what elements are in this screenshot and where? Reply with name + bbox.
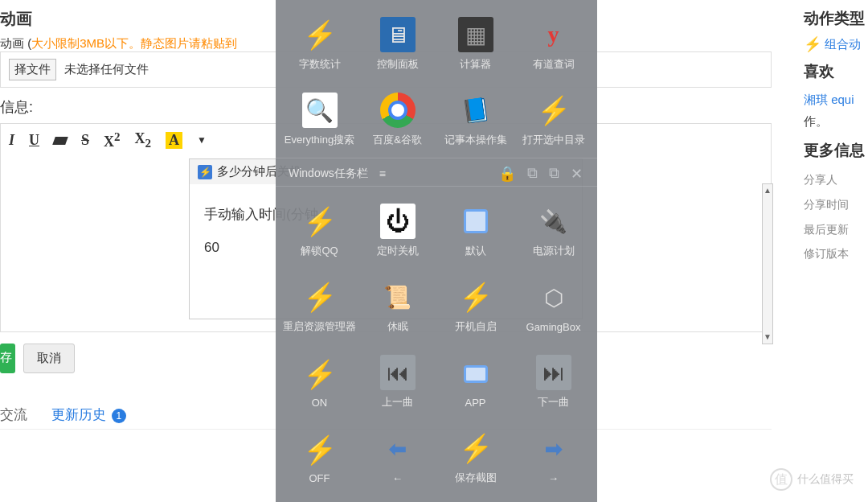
app-prev-track[interactable]: ⏮上一曲 [358, 344, 436, 420]
italic-button[interactable]: I [9, 132, 14, 149]
scroll-icon: 📜 [380, 279, 416, 315]
subscript-button[interactable]: X2 [135, 130, 152, 150]
bolt-icon: ⚡ [804, 35, 821, 53]
magnifier-icon: 🔍 [302, 93, 338, 128]
history-badge: 1 [112, 409, 126, 423]
bolt-icon: ⚡ [302, 17, 338, 52]
app-autostart[interactable]: ⚡开机自启 [436, 269, 514, 344]
plug-icon: 🔌 [536, 204, 571, 239]
app-everything[interactable]: 🔍Everything搜索 [280, 82, 358, 158]
app-restart-explorer[interactable]: ⚡重启资源管理器 [280, 269, 358, 344]
save-button[interactable]: 存 [0, 344, 15, 373]
bolt-icon: ⚡ [302, 356, 338, 392]
bolt-icon: ⚡ [302, 204, 338, 239]
strike-button[interactable]: S [81, 132, 89, 149]
eraser-button[interactable] [54, 132, 67, 149]
app-next-track[interactable]: ⏭下一曲 [514, 344, 592, 420]
app-power-plan[interactable]: 🔌电源计划 [514, 193, 592, 269]
more-rev: 修订版本 [804, 241, 868, 266]
hex-icon: ⬡ [536, 281, 571, 316]
square-icon [458, 204, 493, 239]
highlight-button[interactable]: A [166, 132, 182, 149]
underline-button[interactable]: U [29, 132, 39, 149]
like-text: 湘琪 equi 作。 [804, 88, 868, 132]
bolt-icon: ⚡ [458, 279, 493, 315]
scroll-up-icon[interactable]: ▲ [763, 184, 772, 197]
tab-discuss[interactable]: 交流 [0, 405, 27, 424]
app-wordcount[interactable]: ⚡字数统计 [280, 6, 358, 82]
app-right[interactable]: ➡→ [514, 420, 592, 496]
arrow-right-icon: ➡ [536, 432, 571, 467]
bolt-icon: ⚡ [302, 279, 338, 315]
side-h-like: 喜欢 [804, 61, 868, 82]
tools-icon[interactable]: ✕ [571, 165, 583, 183]
side-h-more: 更多信息 [804, 140, 868, 161]
copy-icon[interactable]: ⧉ [527, 165, 538, 183]
power-icon: ⏻ [380, 204, 416, 239]
cancel-button[interactable]: 取消 [23, 344, 75, 373]
app-notepad-set[interactable]: 📘记事本操作集 [436, 82, 514, 158]
arrow-left-icon: ⬅ [380, 432, 416, 467]
paste-icon[interactable]: ⧉ [549, 165, 559, 183]
notepad-icon: 📘 [456, 90, 496, 130]
file-status: 未选择任何文件 [64, 62, 149, 76]
side-h-type: 动作类型 [804, 8, 868, 29]
app-app[interactable]: APP [436, 344, 514, 420]
section-header: Windows任务栏 ≡ 🔒 ⧉ ⧉ ✕ [276, 158, 597, 186]
vertical-scrollbar[interactable]: ▲ ▼ [762, 183, 773, 344]
app-hibernate[interactable]: 📜休眠 [358, 269, 436, 344]
app-shutdown-timer[interactable]: ⏻定时关机 [358, 193, 436, 269]
menu-icon[interactable]: ≡ [379, 167, 386, 180]
bolt-icon: ⚡ [458, 430, 493, 466]
next-track-icon: ⏭ [536, 355, 571, 390]
app-calculator[interactable]: ▦计算器 [436, 6, 514, 82]
chrome-icon [380, 93, 416, 128]
app-baidu-google[interactable]: 百度&谷歌 [358, 82, 436, 158]
app-left[interactable]: ⬅← [358, 420, 436, 496]
lock-icon[interactable]: 🔒 [498, 165, 516, 183]
superscript-button[interactable]: X2 [104, 130, 121, 150]
bolt-icon: ⚡ [302, 432, 338, 467]
choose-file-button[interactable]: 择文件 [9, 59, 56, 80]
app-open-dir[interactable]: ⚡打开选中目录 [514, 82, 592, 158]
watermark-logo-icon: 值 [770, 468, 792, 491]
dropdown-caret-icon[interactable]: ▼ [197, 134, 207, 146]
youdao-icon: y [536, 17, 571, 52]
more-updated: 最后更新 [804, 217, 868, 242]
tab-history[interactable]: 更新历史 1 [51, 405, 126, 424]
calculator-icon: ▦ [458, 17, 493, 52]
prev-track-icon: ⏮ [380, 355, 416, 390]
bolt-icon: ⚡ [536, 93, 571, 128]
app-off[interactable]: ⚡OFF [280, 420, 358, 496]
app-icon [458, 356, 493, 392]
app-on[interactable]: ⚡ON [280, 344, 358, 420]
section-title: Windows任务栏 [289, 167, 368, 181]
more-sharetime: 分享时间 [804, 192, 868, 217]
app-default[interactable]: 默认 [436, 193, 514, 269]
watermark: 值 什么值得买 [770, 468, 854, 491]
action-type-item[interactable]: ⚡ 组合动 [804, 35, 868, 53]
bolt-icon: ⚡ [198, 165, 212, 179]
scroll-down-icon[interactable]: ▼ [763, 331, 772, 344]
app-youdao[interactable]: y有道查词 [514, 6, 592, 82]
app-control-panel[interactable]: 🖥控制面板 [358, 6, 436, 82]
app-gamingbox[interactable]: ⬡GamingBox [514, 269, 592, 344]
more-owner: 分享人 [804, 167, 868, 192]
control-panel-icon: 🖥 [380, 17, 416, 52]
launcher-panel: ⚡字数统计 🖥控制面板 ▦计算器 y有道查词 🔍Everything搜索 百度&… [276, 0, 597, 502]
app-save-screenshot[interactable]: ⚡保存截图 [436, 420, 514, 496]
app-unlock-qq[interactable]: ⚡解锁QQ [280, 193, 358, 269]
